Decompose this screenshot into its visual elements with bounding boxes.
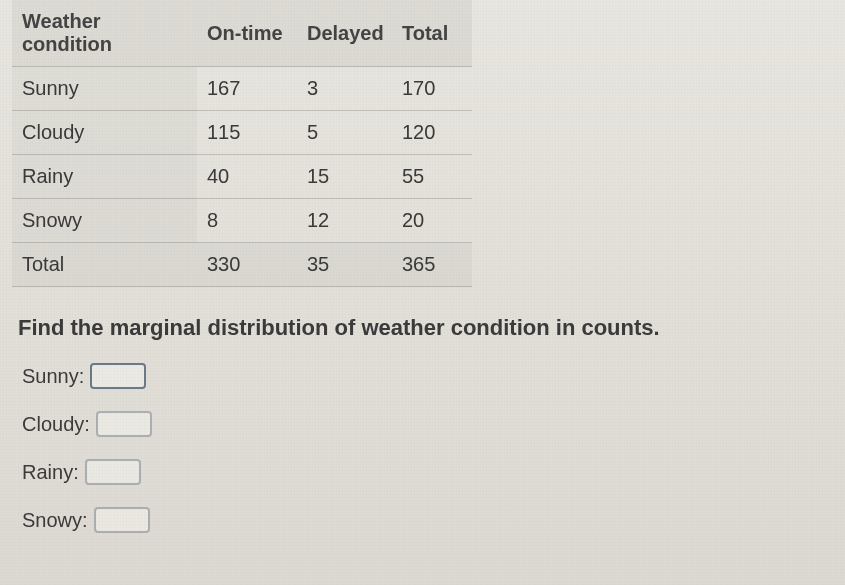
answer-row-cloudy: Cloudy: bbox=[22, 411, 823, 437]
weather-table: Weather condition On-time Delayed Total … bbox=[12, 0, 472, 287]
cell-total: 170 bbox=[392, 67, 472, 111]
cell-weather: Sunny bbox=[12, 67, 197, 111]
label-rainy: Rainy: bbox=[22, 461, 79, 484]
cell-delayed: 3 bbox=[297, 67, 392, 111]
cell-delayed: 35 bbox=[297, 243, 392, 287]
table-row: Cloudy 115 5 120 bbox=[12, 111, 472, 155]
cell-delayed: 12 bbox=[297, 199, 392, 243]
cell-weather: Total bbox=[12, 243, 197, 287]
header-delayed: Delayed bbox=[297, 0, 392, 67]
snowy-input[interactable] bbox=[94, 507, 150, 533]
answer-row-snowy: Snowy: bbox=[22, 507, 823, 533]
table-row: Rainy 40 15 55 bbox=[12, 155, 472, 199]
sunny-input[interactable] bbox=[90, 363, 146, 389]
cell-ontime: 115 bbox=[197, 111, 297, 155]
cell-weather: Snowy bbox=[12, 199, 197, 243]
cell-total: 365 bbox=[392, 243, 472, 287]
cell-total: 55 bbox=[392, 155, 472, 199]
header-ontime: On-time bbox=[197, 0, 297, 67]
label-sunny: Sunny: bbox=[22, 365, 84, 388]
cell-ontime: 40 bbox=[197, 155, 297, 199]
answers-section: Sunny: Cloudy: Rainy: Snowy: bbox=[0, 357, 845, 561]
table-header-row: Weather condition On-time Delayed Total bbox=[12, 0, 472, 67]
answer-row-sunny: Sunny: bbox=[22, 363, 823, 389]
table-row-total: Total 330 35 365 bbox=[12, 243, 472, 287]
question-prompt: Find the marginal distribution of weathe… bbox=[0, 287, 845, 357]
cell-ontime: 330 bbox=[197, 243, 297, 287]
cloudy-input[interactable] bbox=[96, 411, 152, 437]
header-weather: Weather condition bbox=[12, 0, 197, 67]
rainy-input[interactable] bbox=[85, 459, 141, 485]
cell-ontime: 8 bbox=[197, 199, 297, 243]
cell-total: 20 bbox=[392, 199, 472, 243]
cell-weather: Cloudy bbox=[12, 111, 197, 155]
cell-weather: Rainy bbox=[12, 155, 197, 199]
data-table-container: Weather condition On-time Delayed Total … bbox=[0, 0, 845, 287]
cell-delayed: 5 bbox=[297, 111, 392, 155]
label-cloudy: Cloudy: bbox=[22, 413, 90, 436]
cell-total: 120 bbox=[392, 111, 472, 155]
answer-row-rainy: Rainy: bbox=[22, 459, 823, 485]
cell-ontime: 167 bbox=[197, 67, 297, 111]
table-row: Snowy 8 12 20 bbox=[12, 199, 472, 243]
table-row: Sunny 167 3 170 bbox=[12, 67, 472, 111]
cell-delayed: 15 bbox=[297, 155, 392, 199]
header-total: Total bbox=[392, 0, 472, 67]
label-snowy: Snowy: bbox=[22, 509, 88, 532]
